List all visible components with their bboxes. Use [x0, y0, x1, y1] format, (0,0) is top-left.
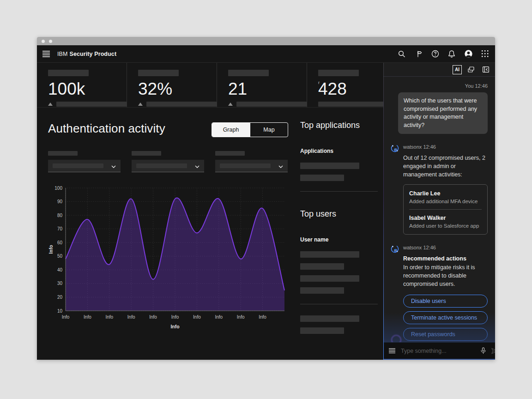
bot-message-text: In order to mitigate risks it is recomme…	[403, 263, 488, 288]
card-entry: Isabel Walker Added user to Salesforce a…	[409, 215, 482, 229]
chat-text-input[interactable]	[401, 348, 475, 354]
window-dot	[49, 40, 52, 43]
user-activity: Added additional MFA device	[409, 199, 482, 204]
metric-detail-skeleton	[236, 102, 307, 107]
dropdown-value-skeleton	[220, 163, 271, 168]
compromised-users-card: Charlie Lee Added additional MFA device …	[403, 184, 488, 235]
svg-text:50: 50	[57, 254, 63, 259]
message-sender: You	[465, 83, 474, 89]
chat-message-bot: watsonx 12:46 Out of 12 compromised user…	[391, 144, 488, 235]
dropdown-label-skeleton	[48, 151, 78, 156]
metric-value: 100k	[48, 80, 127, 99]
applications-column-header: Applications	[300, 148, 378, 154]
list-row-skeleton	[300, 163, 359, 169]
toggle-map-button[interactable]: Map	[250, 123, 288, 137]
message-time: 12:46	[423, 245, 436, 250]
dropdown-field[interactable]	[215, 160, 288, 172]
svg-text:40: 40	[57, 267, 63, 272]
svg-text:Info: Info	[149, 314, 157, 320]
metric-superscript: r	[318, 80, 320, 85]
trend-up-icon	[48, 103, 53, 106]
list-row-skeleton	[300, 263, 344, 270]
new-window-icon[interactable]	[466, 64, 477, 75]
help-icon[interactable]	[427, 45, 443, 63]
svg-text:Info: Info	[171, 314, 179, 320]
svg-text:30: 30	[57, 281, 63, 286]
bot-message-heading: Recommended actions	[403, 254, 488, 263]
chevron-down-icon	[195, 162, 200, 170]
ai-label[interactable]: AI	[453, 65, 462, 74]
toggle-graph-button[interactable]: Graph	[212, 123, 250, 137]
svg-text:Info: Info	[84, 314, 91, 320]
search-icon[interactable]	[393, 45, 410, 63]
metrics-row: 100k 32% 21 r	[37, 63, 383, 108]
trend-up-icon	[138, 103, 143, 106]
user-name: Charlie Lee	[409, 190, 482, 197]
microphone-icon[interactable]	[481, 347, 486, 354]
metric-label-skeleton	[48, 70, 89, 76]
metric-card: 32%	[127, 63, 217, 107]
reset-passwords-button[interactable]: Reset passwords	[403, 328, 488, 341]
brand-product-name: Security Product	[70, 51, 117, 57]
svg-text:Info: Info	[62, 314, 70, 320]
app-window: IBMSecurity Product	[37, 37, 495, 360]
metric-value: 32%	[138, 80, 217, 99]
svg-text:Info: Info	[193, 314, 201, 320]
recommended-actions: Disable users Terminate active sessions …	[403, 295, 488, 341]
section-title: Authentication activity	[48, 121, 165, 136]
dropdown-field[interactable]	[132, 160, 204, 172]
ai-chat-panel: AI You 12:46 Which of the users that wer…	[383, 63, 495, 360]
svg-text:70: 70	[57, 226, 63, 231]
metric-card: 21	[217, 63, 307, 107]
dashboard-main: 100k 32% 21 r	[37, 63, 383, 360]
card-divider	[409, 209, 482, 210]
window-titlebar[interactable]	[37, 37, 495, 45]
chevron-down-icon	[278, 162, 283, 170]
dropdown-field[interactable]	[48, 160, 121, 172]
bot-message-text: Out of 12 compromised users, 2 engaged i…	[403, 154, 488, 179]
message-sender: watsonx	[403, 245, 422, 250]
username-column-header: User name	[300, 236, 378, 243]
list-row-skeleton	[300, 175, 344, 181]
dropdown-label-skeleton	[132, 151, 161, 156]
card-entry: Charlie Lee Added additional MFA device	[409, 190, 482, 204]
terminate-sessions-button[interactable]: Terminate active sessions	[403, 311, 488, 324]
notifications-icon[interactable]	[443, 45, 460, 63]
metric-label-skeleton	[318, 70, 359, 76]
account-icon[interactable]	[460, 45, 477, 63]
svg-text:100: 100	[54, 186, 62, 191]
message-sender: watsonx	[403, 144, 422, 150]
section-divider	[300, 304, 378, 304]
svg-text:Info: Info	[259, 314, 266, 320]
app-root: IBMSecurity Product	[37, 45, 495, 360]
app-switcher-icon[interactable]	[477, 45, 493, 63]
prompt-menu-icon[interactable]	[389, 348, 395, 353]
top-applications-title: Top applications	[300, 121, 378, 130]
auth-activity-chart: 102030405060708090100InfoInfoInfoInfoInf…	[48, 182, 288, 336]
dropdown-value-skeleton	[136, 163, 187, 168]
user-name: Isabel Walker	[409, 215, 482, 221]
list-row-skeleton	[300, 251, 359, 258]
send-icon[interactable]	[491, 348, 495, 354]
chat-panel-header: AI	[383, 63, 495, 77]
metric-label-skeleton	[228, 70, 269, 76]
menu-icon[interactable]	[37, 45, 55, 63]
top-users-title: Top users	[300, 209, 378, 219]
filter-dropdown	[132, 151, 204, 172]
brand-prefix: IBM	[57, 51, 68, 57]
disable-users-button[interactable]: Disable users	[403, 295, 488, 308]
chevron-down-icon	[111, 162, 116, 170]
watsonx-avatar-icon	[389, 243, 400, 254]
user-activity: Added user to Salesforce app	[409, 223, 482, 229]
side-panel-icon[interactable]	[480, 64, 491, 75]
svg-text:Info: Info	[215, 314, 223, 320]
svg-text:Info: Info	[105, 314, 113, 320]
svg-text:Info: Info	[237, 314, 245, 320]
metric-detail-skeleton	[56, 102, 127, 107]
wayfinding-icon[interactable]	[410, 45, 427, 63]
filters-row	[48, 151, 288, 172]
watsonx-avatar-icon	[389, 143, 400, 154]
metric-value: 21	[228, 80, 307, 99]
dropdown-label-skeleton	[215, 151, 245, 156]
svg-text:Info: Info	[127, 314, 135, 320]
